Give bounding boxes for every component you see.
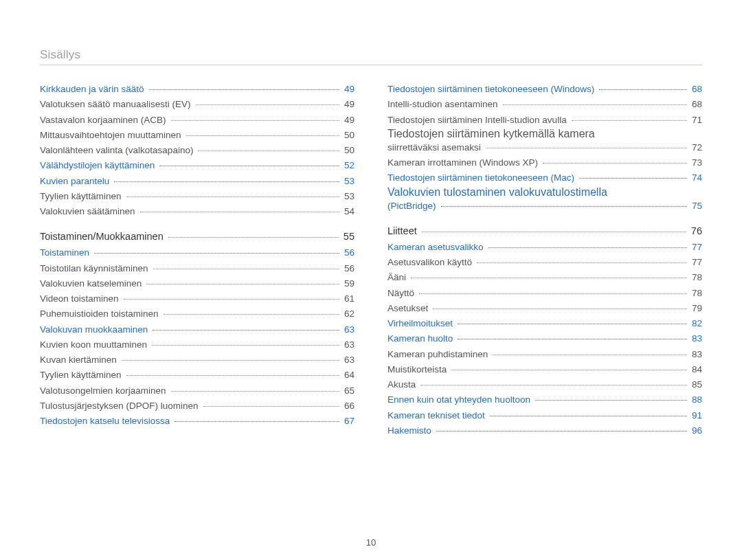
toc-entry-label: Toistaminen <box>40 245 91 260</box>
toc-entry[interactable]: Kameran asetusvalikko77 <box>387 240 702 255</box>
toc-entry[interactable]: Tulostusjärjestyksen (DPOF) luominen66 <box>40 399 355 414</box>
toc-dots <box>493 355 687 355</box>
toc-entry-page: 50 <box>342 143 355 158</box>
toc-dots <box>153 330 339 331</box>
toc-dots <box>124 299 339 300</box>
toc-entry-page: 54 <box>342 204 355 219</box>
toc-dots <box>419 293 687 294</box>
toc-entry[interactable]: Hakemisto96 <box>387 423 702 438</box>
toc-dots <box>122 360 339 361</box>
toc-dots <box>140 212 339 212</box>
toc-entry[interactable]: Valokuvan muokkaaminen63 <box>40 322 355 337</box>
toc-entry[interactable]: Vastavalon korjaaminen (ACB)49 <box>40 113 355 128</box>
toc-entry-page: 85 <box>690 377 702 392</box>
toc-dots <box>486 148 687 148</box>
toc-entry[interactable]: Asetukset79 <box>387 301 702 316</box>
toc-dots <box>153 269 339 269</box>
toc-entry[interactable]: Kirkkauden ja värin säätö49 <box>40 82 355 97</box>
toc-entry-page: 63 <box>342 337 355 352</box>
toc-entry[interactable]: Kuvien parantelu53 <box>40 174 355 189</box>
toc-entry-label: Tiedostojen katselu televisiossa <box>40 414 172 429</box>
toc-entry[interactable]: Kuvan kiertäminen63 <box>40 352 355 368</box>
toc-entry-page: 49 <box>342 82 355 97</box>
toc-entry[interactable]: Kuvien koon muuttaminen63 <box>40 337 355 352</box>
toc-entry-label: Valonlähteen valinta (valkotasapaino) <box>40 143 195 158</box>
toc-entry[interactable]: Tiedostojen katselu televisiossa67 <box>40 414 355 429</box>
toc-dots <box>126 197 339 197</box>
toc-entry[interactable]: Puhemuistioiden toistaminen62 <box>40 306 355 322</box>
toc-entry[interactable]: Akusta85 <box>387 377 702 392</box>
toc-entry-label: Tulostusjärjestyksen (DPOF) luominen <box>40 399 201 414</box>
toc-entry[interactable]: Muistikorteista84 <box>387 362 702 377</box>
toc-entry-label: (PictBridge) <box>387 199 438 214</box>
toc-entry[interactable]: Toistaminen/Muokkaaminen55 <box>40 229 355 245</box>
toc-dots <box>171 120 339 121</box>
toc-dots <box>436 431 687 432</box>
toc-entry[interactable]: Tyylien käyttäminen53 <box>40 189 355 204</box>
toc-entry[interactable]: Valokuvien katseleminen59 <box>40 276 355 291</box>
toc-entry[interactable]: Kameran irrottaminen (Windows XP)73 <box>387 155 702 170</box>
toc-dots <box>599 89 687 90</box>
toc-entry[interactable]: siirrettäväksi asemaksi72 <box>387 140 702 155</box>
toc-entry-page: 56 <box>342 261 355 276</box>
toc-entry[interactable]: Asetusvalikon käyttö77 <box>387 255 702 270</box>
toc-entry[interactable]: Tyylien käyttäminen64 <box>40 368 355 383</box>
toc-entry[interactable]: Valotusongelmien korjaaminen65 <box>40 383 355 399</box>
toc-entry-page: 83 <box>690 347 702 362</box>
toc-entry[interactable]: Kameran tekniset tiedot91 <box>387 408 702 423</box>
toc-entry-label: Välähdystilojen käyttäminen <box>40 158 157 173</box>
toc-dots <box>114 181 339 182</box>
toc-dots <box>535 400 687 401</box>
toc-entry[interactable]: Tiedostojen siirtäminen Intelli-studion … <box>387 113 702 128</box>
toc-entry-page: 83 <box>690 331 702 346</box>
toc-dots <box>159 166 339 166</box>
toc-entry[interactable]: Virheilmoitukset82 <box>387 316 702 331</box>
toc-entry[interactable]: Tiedostojen siirtäminen tietokoneeseen (… <box>387 170 702 186</box>
toc-entry-label: Liitteet <box>387 223 419 240</box>
toc-dots <box>441 206 687 207</box>
toc-entry[interactable]: Ennen kuin otat yhteyden huoltoon88 <box>387 392 702 407</box>
toc-dots <box>149 89 339 90</box>
toc-entry-label: Ääni <box>387 270 408 285</box>
toc-entry-page: 66 <box>342 399 355 414</box>
toc-dots <box>433 309 687 309</box>
toc-entry-label: Toistotilan käynnistäminen <box>40 261 150 276</box>
toc-entry-page: 63 <box>342 352 355 368</box>
toc-entry[interactable]: Mittausvaihtoehtojen muuttaminen50 <box>40 128 355 143</box>
toc-entry-page: 52 <box>342 158 355 173</box>
toc-entry-page: 74 <box>690 170 702 186</box>
toc-entry-label: Kameran asetusvalikko <box>387 240 486 255</box>
toc-entry[interactable]: Näyttö78 <box>387 286 702 301</box>
toc-entry-label: Tiedostojen siirtäminen tietokoneeseen (… <box>387 82 596 97</box>
toc-entry-page: 82 <box>690 316 702 331</box>
toc-entry[interactable]: Kameran huolto83 <box>387 331 702 346</box>
toc-entry-page: 78 <box>690 286 702 301</box>
toc-entry[interactable]: Ääni78 <box>387 270 702 285</box>
toc-entry[interactable]: Toistotilan käynnistäminen56 <box>40 261 355 276</box>
toc-entry[interactable]: Tiedostojen siirtäminen tietokoneeseen (… <box>387 82 702 97</box>
toc-entry[interactable]: Liitteet76 <box>387 223 702 240</box>
toc-entry[interactable]: Valokuvien säätäminen54 <box>40 204 355 219</box>
toc-entry-label: Valokuvien säätäminen <box>40 204 137 219</box>
toc-dots <box>175 421 339 422</box>
left-column: Kirkkauden ja värin säätö49Valotuksen sä… <box>40 82 355 438</box>
toc-entry-page: 71 <box>690 113 702 128</box>
toc-entry-label: siirrettäväksi asemaksi <box>387 140 483 155</box>
toc-entry[interactable]: Videon toistaminen61 <box>40 291 355 306</box>
toc-entry-label: Toistaminen/Muokkaaminen <box>40 229 166 245</box>
toc-entry-label: Kameran huolto <box>387 331 455 346</box>
toc-entry[interactable]: Valonlähteen valinta (valkotasapaino)50 <box>40 143 355 158</box>
toc-dots <box>458 324 687 324</box>
toc-entry[interactable]: Välähdystilojen käyttäminen52 <box>40 158 355 173</box>
toc-entry[interactable]: Kameran puhdistaminen83 <box>387 347 702 362</box>
toc-entry[interactable]: Toistaminen56 <box>40 245 355 260</box>
toc-entry[interactable]: Valotuksen säätö manuaalisesti (EV)49 <box>40 97 355 112</box>
toc-dots <box>152 345 339 346</box>
toc-entry[interactable]: (PictBridge)75 <box>387 199 702 214</box>
page-container: Sisällys Kirkkauden ja värin säätö49Valo… <box>0 0 742 560</box>
toc-entry-label: Kameran puhdistaminen <box>387 347 490 362</box>
toc-entry-label: Tyylien käyttäminen <box>40 189 124 204</box>
toc-entry-label: Valotuksen säätö manuaalisesti (EV) <box>40 97 193 112</box>
toc-entry-page: 63 <box>342 322 355 337</box>
toc-entry[interactable]: Intelli-studion asentaminen68 <box>387 97 702 112</box>
